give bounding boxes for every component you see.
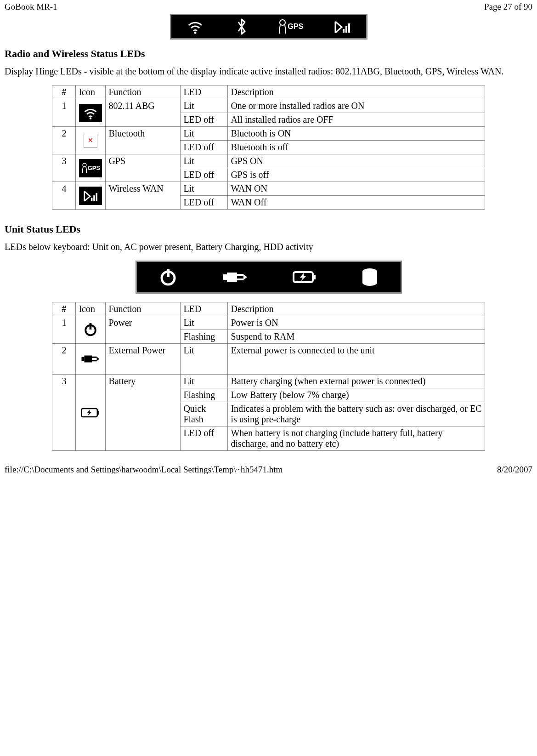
- header-right: Page 27 of 90: [484, 2, 532, 12]
- col-led: LED: [181, 302, 228, 316]
- row-icon-cell: [76, 99, 106, 127]
- row-function: Power: [106, 316, 181, 344]
- row-icon-cell: [76, 182, 106, 210]
- row-led: Lit: [181, 99, 228, 113]
- table-header-row: # Icon Function LED Description: [52, 302, 485, 316]
- col-led: LED: [181, 85, 228, 99]
- radio-status-table: # Icon Function LED Description 1 802.11…: [52, 85, 485, 210]
- row-num: 3: [52, 375, 76, 451]
- row-num: 3: [52, 154, 76, 182]
- row-led: Flashing: [181, 388, 228, 402]
- row-function: GPS: [106, 154, 181, 182]
- svg-rect-26: [97, 410, 99, 414]
- row-num: 1: [52, 99, 76, 127]
- svg-point-1: [280, 20, 285, 25]
- svg-rect-23: [92, 357, 97, 358]
- table-row: 1 802.11 ABG Lit One or more installed r…: [52, 99, 485, 113]
- row-num: 1: [52, 316, 76, 344]
- svg-point-0: [194, 32, 197, 34]
- plug-icon: [78, 350, 103, 368]
- gps-icon: GPS: [79, 159, 102, 177]
- row-function: Wireless WAN: [106, 182, 181, 210]
- svg-rect-20: [90, 323, 92, 330]
- power-icon: [158, 267, 178, 287]
- row-num: 2: [52, 127, 76, 154]
- row-function: Bluetooth: [106, 127, 181, 154]
- header-left: GoBook MR-1: [5, 2, 57, 12]
- signal-icon: [334, 19, 351, 34]
- row-led: LED off: [181, 113, 228, 127]
- row-desc: WAN Off: [228, 196, 485, 210]
- row-desc: Bluetooth is off: [228, 141, 485, 154]
- row-icon-cell: [76, 375, 106, 451]
- col-function: Function: [106, 302, 181, 316]
- row-num: 4: [52, 182, 76, 210]
- row-led: LED off: [181, 168, 228, 182]
- row-icon-cell: GPS: [76, 154, 106, 182]
- row-desc: WAN ON: [228, 182, 485, 196]
- radio-icon-strip: GPS: [5, 14, 532, 40]
- row-led: Lit: [181, 344, 228, 375]
- row-led: Lit: [181, 154, 228, 168]
- svg-rect-2: [343, 29, 345, 33]
- plug-icon: [221, 268, 249, 286]
- gps-icon: GPS: [278, 19, 303, 34]
- wifi-icon: [79, 104, 102, 122]
- svg-rect-13: [227, 273, 237, 282]
- section1-text: Display Hinge LEDs - visible at the bott…: [5, 66, 532, 77]
- row-desc: Battery charging (when external power is…: [228, 375, 485, 388]
- power-icon: [81, 320, 100, 339]
- svg-rect-15: [237, 279, 243, 280]
- row-icon-cell: [76, 344, 106, 375]
- row-desc: All installed radios are OFF: [228, 113, 485, 127]
- row-desc: Indicates a problem with the battery suc…: [228, 402, 485, 426]
- broken-image-icon: ✕: [84, 134, 97, 148]
- svg-rect-14: [237, 274, 243, 276]
- row-desc: External power is connected to the unit: [228, 344, 485, 375]
- table-header-row: # Icon Function LED Description: [52, 85, 485, 99]
- page-header: GoBook MR-1 Page 27 of 90: [5, 2, 532, 12]
- bluetooth-icon: [235, 17, 249, 36]
- row-desc: Low Battery (below 7% charge): [228, 388, 485, 402]
- table-row: 1 Power Lit Power is ON: [52, 316, 485, 330]
- col-num: #: [52, 85, 76, 99]
- section2-heading: Unit Status LEDs: [5, 223, 532, 235]
- row-desc: Bluetooth is ON: [228, 127, 485, 141]
- row-function: External Power: [106, 344, 181, 375]
- battery-icon: [79, 404, 102, 422]
- svg-rect-21: [82, 357, 85, 361]
- footer-right: 8/20/2007: [497, 465, 532, 475]
- table-row: 2 ✕ Bluetooth Lit Bluetooth is ON: [52, 127, 485, 141]
- unit-status-table: # Icon Function LED Description 1 Power …: [52, 302, 485, 451]
- footer-left: file://C:\Documents and Settings\harwood…: [5, 465, 283, 475]
- row-desc: Suspend to RAM: [228, 330, 485, 344]
- page-footer: file://C:\Documents and Settings\harwood…: [5, 465, 532, 475]
- table-row: 4 Wireless WAN Lit WAN ON: [52, 182, 485, 196]
- col-icon: Icon: [76, 85, 106, 99]
- row-led: LED off: [181, 196, 228, 210]
- col-icon: Icon: [76, 302, 106, 316]
- wifi-icon: [186, 19, 204, 34]
- row-led: Flashing: [181, 330, 228, 344]
- svg-rect-17: [313, 275, 316, 279]
- svg-point-6: [83, 163, 86, 167]
- row-icon-cell: ✕: [76, 127, 106, 154]
- row-led: Lit: [181, 127, 228, 141]
- svg-point-5: [90, 117, 91, 119]
- svg-rect-12: [223, 274, 227, 280]
- row-led: LED off: [181, 141, 228, 154]
- section1-heading: Radio and Wireless Status LEDs: [5, 48, 532, 60]
- row-desc: One or more installed radios are ON: [228, 99, 485, 113]
- row-led: Lit: [181, 316, 228, 330]
- col-description: Description: [228, 85, 485, 99]
- svg-rect-8: [94, 195, 96, 201]
- hdd-icon: [361, 267, 379, 287]
- svg-rect-7: [91, 198, 93, 201]
- table-row: 2 External Power Lit External power is c…: [52, 344, 485, 375]
- svg-rect-22: [85, 356, 92, 363]
- row-num: 2: [52, 344, 76, 375]
- svg-rect-24: [92, 360, 97, 361]
- row-icon-cell: [76, 316, 106, 344]
- row-desc: When battery is not charging (include ba…: [228, 426, 485, 451]
- row-desc: Power is ON: [228, 316, 485, 330]
